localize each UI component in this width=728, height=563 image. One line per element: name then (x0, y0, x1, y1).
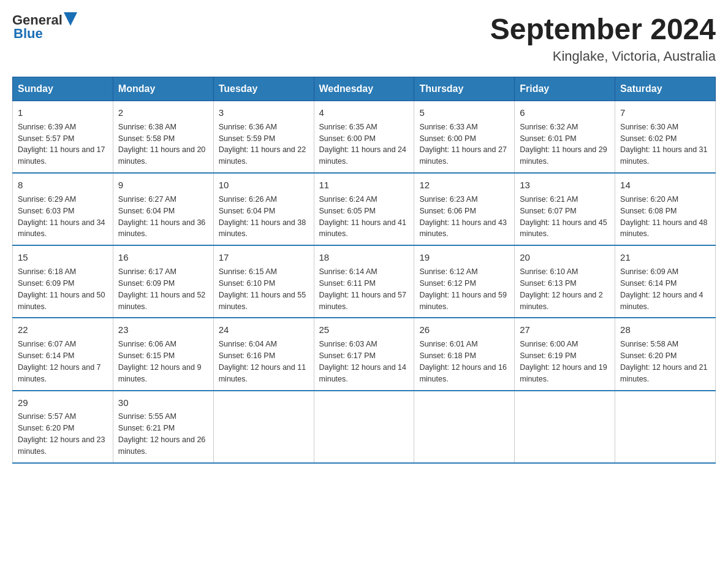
day-info: Sunrise: 6:10 AMSunset: 6:13 PMDaylight:… (520, 267, 603, 311)
day-info: Sunrise: 6:33 AMSunset: 6:00 PMDaylight:… (419, 123, 506, 166)
calendar-cell: 11Sunrise: 6:24 AMSunset: 6:05 PMDayligh… (314, 173, 414, 245)
day-info: Sunrise: 6:07 AMSunset: 6:14 PMDaylight:… (18, 340, 101, 383)
day-number: 13 (520, 178, 610, 192)
day-header-thursday: Thursday (414, 77, 515, 101)
day-number: 11 (319, 178, 409, 192)
day-info: Sunrise: 6:30 AMSunset: 6:02 PMDaylight:… (620, 123, 707, 166)
calendar-cell: 30Sunrise: 5:55 AMSunset: 6:21 PMDayligh… (113, 391, 213, 463)
day-number: 30 (118, 396, 208, 410)
day-number: 9 (118, 178, 208, 192)
calendar-cell: 7Sunrise: 6:30 AMSunset: 6:02 PMDaylight… (615, 101, 716, 174)
day-header-tuesday: Tuesday (213, 77, 314, 101)
day-info: Sunrise: 6:26 AMSunset: 6:04 PMDaylight:… (219, 195, 306, 239)
calendar-cell: 27Sunrise: 6:00 AMSunset: 6:19 PMDayligh… (515, 318, 615, 390)
day-info: Sunrise: 6:17 AMSunset: 6:09 PMDaylight:… (118, 267, 205, 311)
day-info: Sunrise: 6:38 AMSunset: 5:58 PMDaylight:… (118, 123, 205, 166)
calendar-cell (314, 391, 414, 463)
day-info: Sunrise: 6:01 AMSunset: 6:18 PMDaylight:… (419, 340, 506, 383)
calendar-cell: 18Sunrise: 6:14 AMSunset: 6:11 PMDayligh… (314, 245, 414, 318)
day-info: Sunrise: 5:58 AMSunset: 6:20 PMDaylight:… (620, 340, 707, 383)
day-info: Sunrise: 6:32 AMSunset: 6:01 PMDaylight:… (520, 123, 607, 166)
day-number: 7 (620, 106, 710, 120)
calendar-table: SundayMondayTuesdayWednesdayThursdayFrid… (12, 77, 716, 464)
day-number: 3 (219, 106, 309, 120)
day-number: 4 (319, 106, 409, 120)
day-info: Sunrise: 6:18 AMSunset: 6:09 PMDaylight:… (18, 267, 105, 311)
calendar-cell: 16Sunrise: 6:17 AMSunset: 6:09 PMDayligh… (113, 245, 213, 318)
calendar-cell: 9Sunrise: 6:27 AMSunset: 6:04 PMDaylight… (113, 173, 213, 245)
day-number: 16 (118, 251, 208, 264)
calendar-cell: 15Sunrise: 6:18 AMSunset: 6:09 PMDayligh… (13, 245, 113, 318)
day-info: Sunrise: 6:15 AMSunset: 6:10 PMDaylight:… (219, 267, 306, 311)
calendar-cell: 3Sunrise: 6:36 AMSunset: 5:59 PMDaylight… (213, 101, 314, 174)
logo-text-blue: Blue (13, 26, 43, 42)
calendar-cell (213, 391, 314, 463)
week-row-2: 8Sunrise: 6:29 AMSunset: 6:03 PMDaylight… (13, 173, 716, 245)
week-row-1: 1Sunrise: 6:39 AMSunset: 5:57 PMDaylight… (13, 101, 716, 174)
day-info: Sunrise: 6:21 AMSunset: 6:07 PMDaylight:… (520, 195, 607, 239)
day-info: Sunrise: 6:29 AMSunset: 6:03 PMDaylight:… (18, 195, 105, 239)
day-number: 10 (219, 178, 309, 192)
logo: General Blue (12, 12, 77, 42)
day-number: 19 (419, 251, 509, 264)
day-header-wednesday: Wednesday (314, 77, 414, 101)
logo-triangle-icon (64, 12, 77, 26)
day-number: 5 (419, 106, 509, 120)
calendar-cell: 19Sunrise: 6:12 AMSunset: 6:12 PMDayligh… (414, 245, 515, 318)
calendar-cell: 8Sunrise: 6:29 AMSunset: 6:03 PMDaylight… (13, 173, 113, 245)
day-number: 23 (118, 323, 208, 337)
day-number: 2 (118, 106, 208, 120)
day-number: 28 (620, 323, 710, 337)
day-info: Sunrise: 6:27 AMSunset: 6:04 PMDaylight:… (118, 195, 205, 239)
day-info: Sunrise: 6:24 AMSunset: 6:05 PMDaylight:… (319, 195, 406, 239)
day-number: 12 (419, 178, 509, 192)
day-info: Sunrise: 6:03 AMSunset: 6:17 PMDaylight:… (319, 340, 406, 383)
day-info: Sunrise: 6:04 AMSunset: 6:16 PMDaylight:… (219, 340, 306, 383)
week-row-5: 29Sunrise: 5:57 AMSunset: 6:20 PMDayligh… (13, 391, 716, 463)
day-info: Sunrise: 6:39 AMSunset: 5:57 PMDaylight:… (18, 123, 105, 166)
day-number: 18 (319, 251, 409, 264)
calendar-cell: 14Sunrise: 6:20 AMSunset: 6:08 PMDayligh… (615, 173, 716, 245)
day-number: 1 (18, 106, 108, 120)
day-number: 8 (18, 178, 108, 192)
calendar-cell: 28Sunrise: 5:58 AMSunset: 6:20 PMDayligh… (615, 318, 716, 390)
day-number: 25 (319, 323, 409, 337)
calendar-cell: 12Sunrise: 6:23 AMSunset: 6:06 PMDayligh… (414, 173, 515, 245)
day-info: Sunrise: 6:35 AMSunset: 6:00 PMDaylight:… (319, 123, 406, 166)
day-number: 24 (219, 323, 309, 337)
calendar-cell: 22Sunrise: 6:07 AMSunset: 6:14 PMDayligh… (13, 318, 113, 390)
main-title: September 2024 (490, 12, 716, 46)
calendar-cell (414, 391, 515, 463)
calendar-cell: 23Sunrise: 6:06 AMSunset: 6:15 PMDayligh… (113, 318, 213, 390)
day-info: Sunrise: 6:14 AMSunset: 6:11 PMDaylight:… (319, 267, 406, 311)
calendar-cell: 5Sunrise: 6:33 AMSunset: 6:00 PMDaylight… (414, 101, 515, 174)
day-info: Sunrise: 6:06 AMSunset: 6:15 PMDaylight:… (118, 340, 202, 383)
day-number: 17 (219, 251, 309, 264)
calendar-cell: 26Sunrise: 6:01 AMSunset: 6:18 PMDayligh… (414, 318, 515, 390)
calendar-cell: 25Sunrise: 6:03 AMSunset: 6:17 PMDayligh… (314, 318, 414, 390)
calendar-cell: 2Sunrise: 6:38 AMSunset: 5:58 PMDaylight… (113, 101, 213, 174)
title-block: September 2024 Kinglake, Victoria, Austr… (490, 12, 716, 64)
day-info: Sunrise: 6:20 AMSunset: 6:08 PMDaylight:… (620, 195, 707, 239)
day-info: Sunrise: 6:00 AMSunset: 6:19 PMDaylight:… (520, 340, 607, 383)
page-header: General Blue September 2024 Kinglake, Vi… (12, 12, 716, 64)
week-row-3: 15Sunrise: 6:18 AMSunset: 6:09 PMDayligh… (13, 245, 716, 318)
day-info: Sunrise: 5:57 AMSunset: 6:20 PMDaylight:… (18, 412, 105, 456)
day-header-monday: Monday (113, 77, 213, 101)
day-number: 15 (18, 251, 108, 264)
subtitle: Kinglake, Victoria, Australia (490, 48, 716, 64)
day-number: 21 (620, 251, 710, 264)
calendar-cell: 24Sunrise: 6:04 AMSunset: 6:16 PMDayligh… (213, 318, 314, 390)
calendar-cell (515, 391, 615, 463)
day-number: 29 (18, 396, 108, 410)
day-number: 26 (419, 323, 509, 337)
day-header-sunday: Sunday (13, 77, 113, 101)
calendar-cell: 29Sunrise: 5:57 AMSunset: 6:20 PMDayligh… (13, 391, 113, 463)
calendar-cell: 1Sunrise: 6:39 AMSunset: 5:57 PMDaylight… (13, 101, 113, 174)
calendar-cell: 21Sunrise: 6:09 AMSunset: 6:14 PMDayligh… (615, 245, 716, 318)
days-header-row: SundayMondayTuesdayWednesdayThursdayFrid… (13, 77, 716, 101)
day-info: Sunrise: 5:55 AMSunset: 6:21 PMDaylight:… (118, 412, 205, 456)
week-row-4: 22Sunrise: 6:07 AMSunset: 6:14 PMDayligh… (13, 318, 716, 390)
day-header-friday: Friday (515, 77, 615, 101)
day-number: 14 (620, 178, 710, 192)
